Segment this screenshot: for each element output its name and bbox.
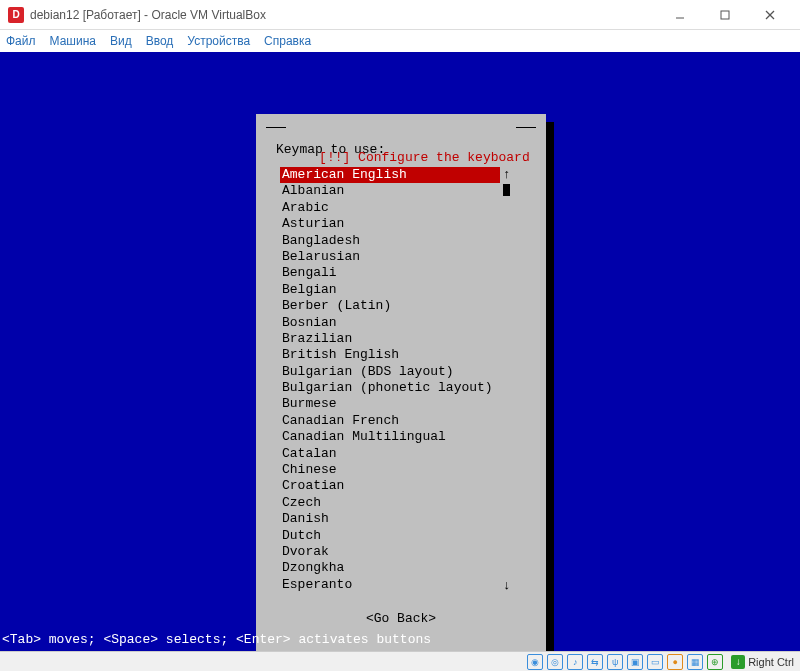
keymap-option[interactable]: Dutch [280, 528, 500, 544]
keymap-option[interactable]: Bulgarian (phonetic layout) [280, 380, 500, 396]
scroll-indicator: ↑ ↓ [500, 167, 514, 593]
menu-devices[interactable]: Устройства [187, 34, 250, 48]
keymap-option[interactable]: Arabic [280, 200, 500, 216]
window-title: debian12 [Работает] - Oracle VM VirtualB… [30, 8, 266, 22]
recording-icon[interactable]: ● [667, 654, 683, 670]
svg-rect-1 [721, 11, 729, 19]
mouse-integration-icon[interactable]: ⊕ [707, 654, 723, 670]
hard-disk-icon[interactable]: ◉ [527, 654, 543, 670]
keymap-option[interactable]: Brazilian [280, 331, 500, 347]
cpu-icon[interactable]: ▦ [687, 654, 703, 670]
scroll-up-arrow-icon: ↑ [503, 167, 511, 182]
menu-machine[interactable]: Машина [50, 34, 96, 48]
keyboard-config-dialog: [!!] Configure the keyboard Keymap to us… [256, 114, 546, 671]
shared-folders-icon[interactable]: ▣ [627, 654, 643, 670]
keymap-option[interactable]: Dzongkha [280, 560, 500, 576]
keymap-option[interactable]: Chinese [280, 462, 500, 478]
dialog-title-row: [!!] Configure the keyboard [266, 120, 536, 134]
menubar: Файл Машина Вид Ввод Устройства Справка [0, 30, 800, 52]
statusbar: ◉ ◎ ♪ ⇆ ψ ▣ ▭ ● ▦ ⊕ ↓ Right Ctrl [0, 651, 800, 671]
keymap-option[interactable]: Bangladesh [280, 233, 500, 249]
keymap-option[interactable]: Catalan [280, 446, 500, 462]
menu-file[interactable]: Файл [6, 34, 36, 48]
menu-input[interactable]: Ввод [146, 34, 174, 48]
audio-icon[interactable]: ♪ [567, 654, 583, 670]
host-key-indicator: ↓ Right Ctrl [731, 655, 794, 669]
keymap-option[interactable]: British English [280, 347, 500, 363]
keymap-option[interactable]: Asturian [280, 216, 500, 232]
keymap-list[interactable]: American EnglishAlbanianArabicAsturianBa… [280, 167, 500, 593]
network-icon[interactable]: ⇆ [587, 654, 603, 670]
host-key-label: Right Ctrl [748, 656, 794, 668]
keymap-option[interactable]: Croatian [280, 478, 500, 494]
minimize-button[interactable] [657, 1, 702, 29]
go-back-button[interactable]: <Go Back> [266, 611, 536, 626]
keymap-option[interactable]: Dvorak [280, 544, 500, 560]
keymap-option[interactable]: Bulgarian (BDS layout) [280, 364, 500, 380]
keymap-option[interactable]: Esperanto [280, 577, 500, 593]
window-titlebar: D debian12 [Работает] - Oracle VM Virtua… [0, 0, 800, 30]
keymap-option[interactable]: Czech [280, 495, 500, 511]
scroll-down-arrow-icon: ↓ [503, 578, 511, 593]
keymap-option[interactable]: Danish [280, 511, 500, 527]
maximize-button[interactable] [702, 1, 747, 29]
vm-screen: [!!] Configure the keyboard Keymap to us… [0, 52, 800, 651]
keymap-option[interactable]: Belarusian [280, 249, 500, 265]
keymap-option[interactable]: Bengali [280, 265, 500, 281]
keymap-option[interactable]: Canadian French [280, 413, 500, 429]
keymap-option[interactable]: Belgian [280, 282, 500, 298]
keymap-option[interactable]: Bosnian [280, 315, 500, 331]
footer-hint: <Tab> moves; <Space> selects; <Enter> ac… [2, 632, 431, 647]
scroll-thumb [503, 184, 510, 196]
menu-help[interactable]: Справка [264, 34, 311, 48]
close-button[interactable] [747, 1, 792, 29]
usb-icon[interactable]: ψ [607, 654, 623, 670]
host-key-arrow-icon: ↓ [731, 655, 745, 669]
menu-view[interactable]: Вид [110, 34, 132, 48]
optical-drive-icon[interactable]: ◎ [547, 654, 563, 670]
dialog-title: [!!] Configure the keyboard [315, 150, 534, 165]
window-controls [657, 1, 792, 29]
app-icon: D [8, 7, 24, 23]
keymap-option[interactable]: Berber (Latin) [280, 298, 500, 314]
keymap-option[interactable]: Burmese [280, 396, 500, 412]
display-icon[interactable]: ▭ [647, 654, 663, 670]
keymap-option[interactable]: Canadian Multilingual [280, 429, 500, 445]
